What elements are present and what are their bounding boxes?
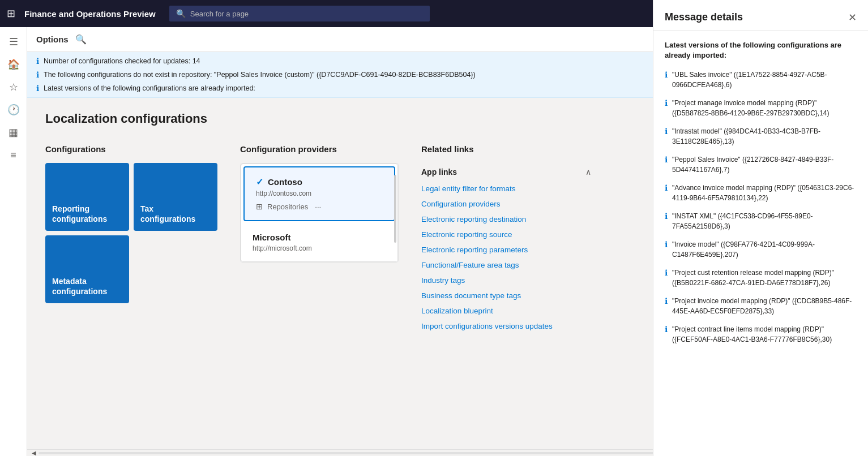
configurations-section: Configurations Reporting configurations … xyxy=(45,144,217,303)
msg-item-7: ℹ "Invoice model" ({C98FA776-42D1-4C09-9… xyxy=(665,239,857,260)
msg-item-text-2: "Project manage invoice model mapping (R… xyxy=(672,98,857,118)
provider-microsoft-name: Microsoft xyxy=(253,233,386,242)
msg-item-text-5: "Advance invoice model mapping (RDP)" ({… xyxy=(672,183,857,203)
msg-item-text-4: "Peppol Sales Invoice" ({212726C8-8427-4… xyxy=(672,154,857,175)
msg-item-text-10: "Project contract line items model mappi… xyxy=(672,324,857,345)
scroll-left-arrow[interactable]: ◀ xyxy=(29,450,39,456)
search-bar[interactable]: 🔍 Search for a page xyxy=(169,6,430,21)
sidebar-workspaces[interactable]: ▦ xyxy=(3,122,24,143)
notif-info-icon-1: ℹ xyxy=(36,57,39,66)
left-sidebar: ☰ 🏠 ☆ 🕐 ▦ ≡ xyxy=(0,27,27,456)
repositories-icon: ⊞ xyxy=(256,202,263,211)
msg-panel-body: Latest versions of the following configu… xyxy=(653,31,868,456)
link-er-source[interactable]: Electronic reporting source xyxy=(421,227,591,242)
msg-item-icon-4: ℹ xyxy=(665,155,668,164)
msg-item-text-8: "Project cust retention release model ma… xyxy=(672,268,857,288)
provider-contoso-url: http://contoso.com xyxy=(256,190,383,197)
tile-tax-label: Tax configurations xyxy=(140,204,211,224)
msg-item-1: ℹ "UBL Sales invoice" ({1E1A7522-8854-49… xyxy=(665,70,857,90)
grid-icon[interactable]: ⊞ xyxy=(7,7,15,20)
msg-item-icon-6: ℹ xyxy=(665,212,668,221)
link-config-providers[interactable]: Configuration providers xyxy=(421,196,591,212)
config-row-2: Metadata configurations xyxy=(45,235,217,303)
options-label: Options xyxy=(36,35,69,44)
msg-item-icon-3: ℹ xyxy=(665,127,668,136)
msg-item-9: ℹ "Project invoice model mapping (RDP)" … xyxy=(665,296,857,316)
contoso-check-icon: ✓ xyxy=(256,177,263,187)
msg-item-text-1: "UBL Sales invoice" ({1E1A7522-8854-4927… xyxy=(672,70,857,90)
link-industry-tags[interactable]: Industry tags xyxy=(421,273,591,288)
sidebar-hamburger[interactable]: ☰ xyxy=(3,32,24,52)
link-biz-doc-tags[interactable]: Business document type tags xyxy=(421,288,591,303)
msg-panel-title: Message details xyxy=(665,11,743,23)
msg-item-icon-5: ℹ xyxy=(665,183,668,192)
notif-info-icon-2: ℹ xyxy=(36,70,39,79)
msg-item-text-3: "Intrastat model" ({984DCA41-0B33-4C3B-B… xyxy=(672,126,857,147)
link-import-updates[interactable]: Import configurations versions updates xyxy=(421,319,591,334)
related-links-title: Related links xyxy=(421,144,591,154)
repositories-label: Repositories xyxy=(267,203,308,211)
app-links-list: Legal entity filter for formats Configur… xyxy=(421,181,591,334)
msg-panel-close-btn[interactable]: ✕ xyxy=(848,11,857,24)
link-legal-entity[interactable]: Legal entity filter for formats xyxy=(421,181,591,196)
sidebar-home[interactable]: 🏠 xyxy=(3,54,24,75)
msg-item-3: ℹ "Intrastat model" ({984DCA41-0B33-4C3B… xyxy=(665,126,857,147)
msg-item-icon-2: ℹ xyxy=(665,98,668,107)
link-er-parameters[interactable]: Electronic reporting parameters xyxy=(421,242,591,257)
msg-item-8: ℹ "Project cust retention release model … xyxy=(665,268,857,288)
msg-item-10: ℹ "Project contract line items model map… xyxy=(665,324,857,345)
provider-microsoft[interactable]: Microsoft http://microsoft.com xyxy=(241,223,397,261)
app-links-chevron: ∧ xyxy=(585,167,591,177)
msg-item-6: ℹ "INSTAT XML" ({4C1FC538-CD96-4F55-89E0… xyxy=(665,211,857,231)
provider-contoso[interactable]: ✓ Contoso http://contoso.com ⊞ Repositor… xyxy=(243,166,395,221)
tile-reporting-label: Reporting configurations xyxy=(52,204,122,224)
providers-container: ✓ Contoso http://contoso.com ⊞ Repositor… xyxy=(240,163,399,263)
provider-contoso-name: ✓ Contoso xyxy=(256,177,383,187)
sidebar-recent[interactable]: 🕐 xyxy=(3,100,24,120)
msg-item-4: ℹ "Peppol Sales Invoice" ({212726C8-8427… xyxy=(665,154,857,175)
msg-item-text-7: "Invoice model" ({C98FA776-42D1-4C09-999… xyxy=(672,239,857,260)
msg-item-icon-7: ℹ xyxy=(665,240,668,249)
app-links-title: App links xyxy=(421,167,457,177)
msg-item-5: ℹ "Advance invoice model mapping (RDP)" … xyxy=(665,183,857,203)
tile-metadata[interactable]: Metadata configurations xyxy=(45,235,129,303)
config-providers-section: Configuration providers ✓ Contoso http:/… xyxy=(240,144,399,263)
repositories-more[interactable]: ··· xyxy=(315,203,321,211)
related-links-section: Related links App links ∧ Legal entity f… xyxy=(421,144,591,334)
tile-metadata-label: Metadata configurations xyxy=(52,276,122,296)
tile-reporting[interactable]: Reporting configurations xyxy=(45,163,129,231)
msg-item-icon-10: ℹ xyxy=(665,325,668,334)
app-title: Finance and Operations Preview xyxy=(24,9,156,19)
msg-item-2: ℹ "Project manage invoice model mapping … xyxy=(665,98,857,118)
msg-panel-header: Message details ✕ xyxy=(653,0,868,31)
link-functional-tags[interactable]: Functional/Feature area tags xyxy=(421,257,591,273)
msg-item-icon-1: ℹ xyxy=(665,70,668,79)
provider-microsoft-url: http://microsoft.com xyxy=(253,244,386,252)
search-placeholder: Search for a page xyxy=(190,10,249,18)
configurations-section-title: Configurations xyxy=(45,144,217,154)
config-tiles: Reporting configurations Tax configurati… xyxy=(45,163,217,303)
tile-tax[interactable]: Tax configurations xyxy=(134,163,217,231)
link-localization-bp[interactable]: Localization blueprint xyxy=(421,303,591,319)
msg-item-icon-9: ℹ xyxy=(665,296,668,306)
config-row-1: Reporting configurations Tax configurati… xyxy=(45,163,217,231)
link-er-destination[interactable]: Electronic reporting destination xyxy=(421,212,591,227)
providers-section-title: Configuration providers xyxy=(240,144,399,154)
provider-contoso-actions[interactable]: ⊞ Repositories ··· xyxy=(256,202,383,211)
msg-item-text-9: "Project invoice model mapping (RDP)" ({… xyxy=(672,296,857,316)
sidebar-favorites[interactable]: ☆ xyxy=(3,77,24,97)
notif-info-icon-3: ℹ xyxy=(36,84,39,93)
options-search-icon[interactable]: 🔍 xyxy=(75,34,87,45)
providers-scrollbar xyxy=(394,175,396,243)
sidebar-list[interactable]: ≡ xyxy=(3,145,24,165)
app-links-group: App links ∧ Legal entity filter for form… xyxy=(421,163,591,334)
msg-item-text-6: "INSTAT XML" ({4C1FC538-CD96-4F55-89E0-7… xyxy=(672,211,857,231)
msg-panel-subtitle: Latest versions of the following configu… xyxy=(665,40,857,61)
message-panel: Message details ✕ Latest versions of the… xyxy=(653,0,868,456)
msg-item-icon-8: ℹ xyxy=(665,268,668,277)
search-icon: 🔍 xyxy=(176,9,186,18)
app-links-header[interactable]: App links ∧ xyxy=(421,163,591,181)
